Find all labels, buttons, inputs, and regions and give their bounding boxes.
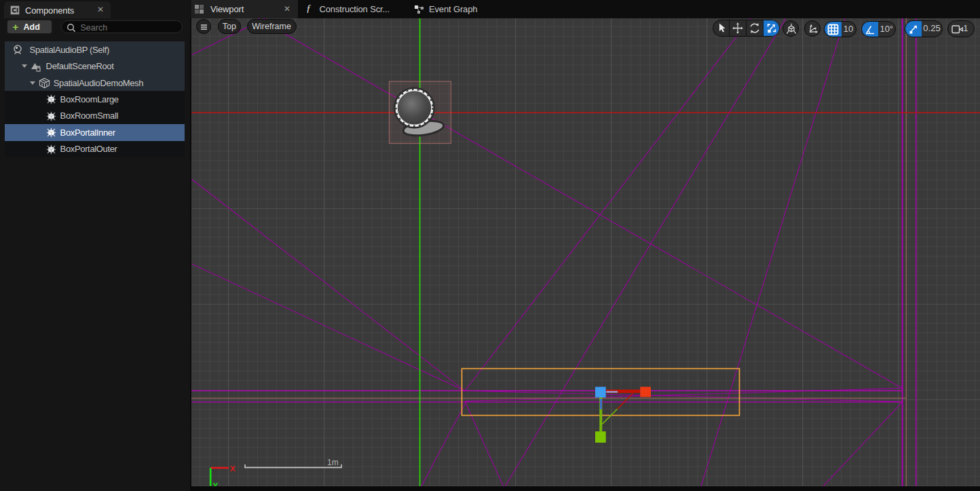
svg-text:1m: 1m (327, 458, 339, 467)
svg-text:Y: Y (213, 482, 219, 487)
svg-text:X: X (230, 465, 235, 473)
